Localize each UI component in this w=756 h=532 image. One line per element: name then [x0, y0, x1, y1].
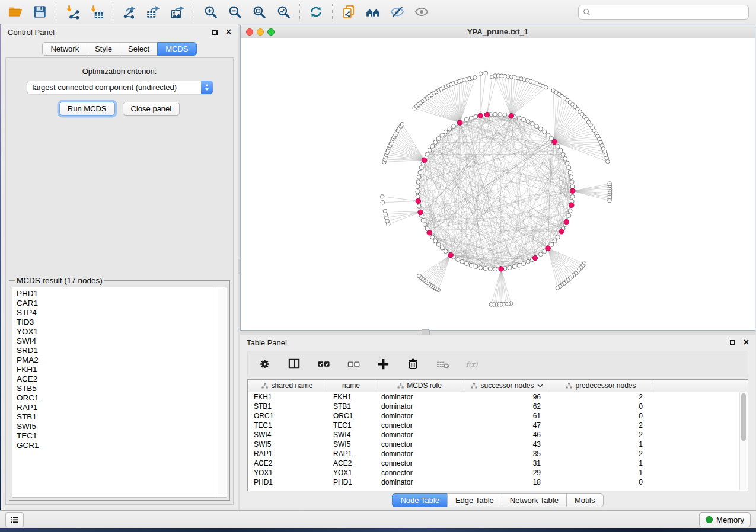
maximize-window-icon[interactable] [267, 28, 275, 36]
mcds-result-item[interactable]: PHD1 [17, 289, 227, 299]
mcds-result-item[interactable]: TEC1 [17, 431, 227, 441]
mcds-result-item[interactable]: GCR1 [17, 441, 227, 450]
cell-shared-name[interactable]: TEC1 [248, 421, 327, 430]
cell-successor-nodes[interactable]: 35 [464, 450, 550, 458]
table-row-fkh1[interactable]: FKH1FKH1dominator962 [248, 392, 748, 402]
cell-predecessor-nodes[interactable]: 0 [550, 402, 652, 411]
cell-predecessor-nodes[interactable]: 2 [550, 421, 652, 430]
mcds-result-item[interactable]: SWI5 [17, 422, 227, 431]
cell-shared-name[interactable]: FKH1 [248, 393, 327, 401]
horizontal-splitter[interactable] [240, 331, 755, 335]
mcds-result-list[interactable]: PHD1CAR1STP4TID3YOX1SWI4SRD1PMA2FKH1ACE2… [12, 287, 227, 498]
close-panel-icon[interactable]: × [744, 339, 749, 346]
column-header-shared-name[interactable]: shared name [248, 380, 327, 392]
delete-column-icon[interactable] [406, 357, 420, 371]
cell-mcds-role[interactable]: dominator [375, 478, 464, 486]
cell-shared-name[interactable]: RAP1 [248, 450, 327, 458]
refresh-layout-icon[interactable] [308, 4, 324, 20]
cell-predecessor-nodes[interactable]: 1 [550, 459, 652, 467]
task-history-button[interactable] [5, 512, 24, 527]
table-row-phd1[interactable]: PHD1PHD1dominator180 [248, 477, 748, 487]
cell-predecessor-nodes[interactable]: 2 [550, 450, 652, 458]
cell-predecessor-nodes[interactable]: 0 [550, 478, 652, 486]
zoom-selected-icon[interactable] [275, 4, 292, 20]
memory-button[interactable]: Memory [699, 512, 751, 527]
table-row-orc1[interactable]: ORC1ORC1dominator610 [248, 411, 748, 421]
mcds-result-item[interactable]: YOX1 [17, 327, 227, 336]
cell-successor-nodes[interactable]: 29 [464, 469, 550, 477]
cell-successor-nodes[interactable]: 47 [464, 421, 550, 430]
cell-mcds-role[interactable]: connector [375, 469, 464, 477]
column-manager-icon[interactable] [288, 357, 301, 371]
float-window-icon[interactable] [212, 30, 218, 35]
cell-name[interactable]: PHD1 [327, 478, 375, 486]
cell-name[interactable]: FKH1 [327, 393, 375, 401]
cell-predecessor-nodes[interactable]: 2 [550, 431, 652, 439]
cell-predecessor-nodes[interactable]: 2 [550, 393, 652, 401]
cell-successor-nodes[interactable]: 61 [464, 412, 550, 420]
cell-predecessor-nodes[interactable]: 0 [550, 412, 652, 420]
cell-predecessor-nodes[interactable]: 1 [550, 440, 652, 448]
float-window-icon[interactable] [730, 340, 735, 345]
mcds-result-item[interactable]: RAP1 [17, 403, 227, 412]
table-row-swi4[interactable]: SWI4SWI4dominator462 [248, 430, 748, 440]
column-header-name[interactable]: name [327, 380, 375, 392]
add-column-icon[interactable] [377, 357, 390, 371]
table-tab-edge-table[interactable]: Edge Table [447, 493, 502, 507]
cell-successor-nodes[interactable]: 18 [464, 478, 550, 486]
show-all-icon[interactable] [413, 4, 430, 20]
mcds-result-item[interactable]: CAR1 [17, 299, 227, 308]
table-tab-motifs[interactable]: Motifs [566, 493, 604, 507]
tab-network[interactable]: Network [42, 42, 87, 56]
zoom-fit-icon[interactable] [251, 4, 267, 20]
cell-successor-nodes[interactable]: 31 [464, 459, 550, 467]
table-tab-network-table[interactable]: Network Table [502, 493, 567, 507]
table-settings-gear-icon[interactable] [258, 357, 272, 371]
table-scrollbar[interactable] [739, 392, 747, 490]
cell-successor-nodes[interactable]: 43 [464, 440, 550, 448]
cell-name[interactable]: STB1 [327, 402, 375, 411]
cell-shared-name[interactable]: SWI4 [248, 431, 327, 439]
cell-shared-name[interactable]: YOX1 [248, 469, 327, 477]
cell-mcds-role[interactable]: dominator [375, 402, 464, 411]
table-tab-node-table[interactable]: Node Table [392, 493, 448, 507]
table-row-rap1[interactable]: RAP1RAP1dominator352 [248, 449, 748, 459]
close-panel-button[interactable]: Close panel [123, 102, 180, 116]
mcds-result-item[interactable]: STP4 [17, 308, 227, 318]
column-header-predecessor-nodes[interactable]: predecessor nodes [550, 380, 652, 392]
table-row-tec1[interactable]: TEC1TEC1connector472 [248, 421, 748, 430]
mcds-result-item[interactable]: FKH1 [17, 365, 227, 374]
column-header-mcds-role[interactable]: MCDS role [375, 380, 464, 392]
mcds-result-item[interactable]: ACE2 [17, 374, 227, 384]
zoom-in-icon[interactable] [202, 4, 219, 20]
run-mcds-button[interactable]: Run MCDS [59, 102, 115, 116]
cell-mcds-role[interactable]: dominator [375, 431, 464, 439]
mcds-result-item[interactable]: PMA2 [17, 355, 227, 365]
mcds-result-item[interactable]: STB5 [17, 384, 227, 393]
cell-shared-name[interactable]: STB1 [248, 402, 327, 411]
cell-predecessor-nodes[interactable]: 1 [550, 469, 652, 477]
optimization-criterion-select[interactable]: largest connected component (undirected) [27, 81, 213, 94]
mcds-result-item[interactable]: ORC1 [17, 393, 227, 403]
cell-shared-name[interactable]: SWI5 [248, 440, 327, 448]
table-row-yox1[interactable]: YOX1YOX1connector291 [248, 468, 748, 477]
tab-mcds[interactable]: MCDS [157, 42, 196, 56]
import-network-icon[interactable] [64, 4, 81, 20]
duplicate-network-icon[interactable] [340, 4, 357, 20]
open-file-icon[interactable] [7, 4, 24, 20]
cell-mcds-role[interactable]: dominator [375, 412, 464, 420]
export-image-icon[interactable] [170, 4, 186, 20]
mcds-result-item[interactable]: STB1 [17, 412, 227, 422]
mcds-result-item[interactable]: SRD1 [17, 346, 227, 355]
deselect-all-checkboxes-icon[interactable] [347, 357, 361, 371]
cell-successor-nodes[interactable]: 96 [464, 393, 550, 401]
tab-style[interactable]: Style [87, 42, 120, 56]
cell-mcds-role[interactable]: connector [375, 421, 464, 430]
table-scrollbar-thumb[interactable] [741, 393, 746, 441]
export-network-icon[interactable] [121, 4, 138, 20]
cell-mcds-role[interactable]: dominator [375, 450, 464, 458]
import-table-icon[interactable] [88, 4, 105, 20]
cell-successor-nodes[interactable]: 46 [464, 431, 550, 439]
cell-mcds-role[interactable]: dominator [375, 393, 464, 401]
cell-mcds-role[interactable]: connector [375, 440, 464, 448]
